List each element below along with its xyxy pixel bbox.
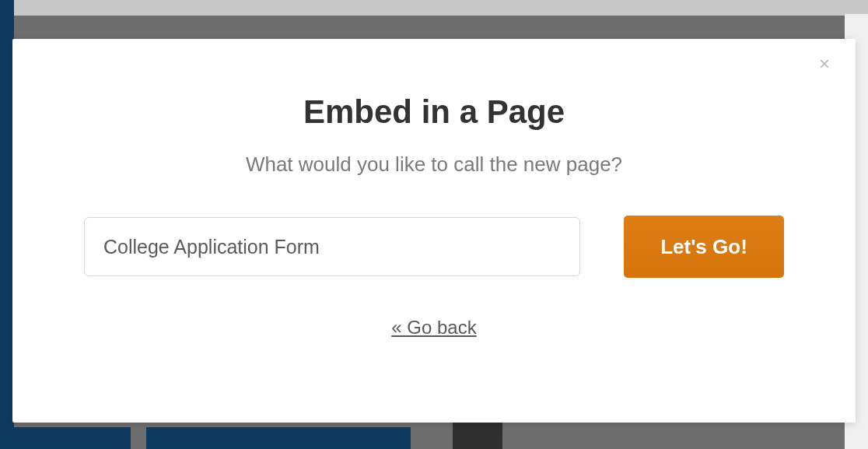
page-name-input[interactable] <box>84 217 580 276</box>
modal-title: Embed in a Page <box>303 93 565 131</box>
close-icon[interactable]: × <box>815 54 834 73</box>
lets-go-button[interactable]: Let's Go! <box>624 216 784 278</box>
embed-page-modal: × Embed in a Page What would you like to… <box>12 39 856 423</box>
bg-element <box>146 427 411 449</box>
modal-content: Embed in a Page What would you like to c… <box>12 78 856 339</box>
form-row: Let's Go! <box>84 216 784 278</box>
bg-element <box>0 0 868 16</box>
go-back-link[interactable]: « Go back <box>391 317 476 339</box>
bg-element <box>0 427 131 449</box>
modal-subtitle: What would you like to call the new page… <box>246 153 622 177</box>
